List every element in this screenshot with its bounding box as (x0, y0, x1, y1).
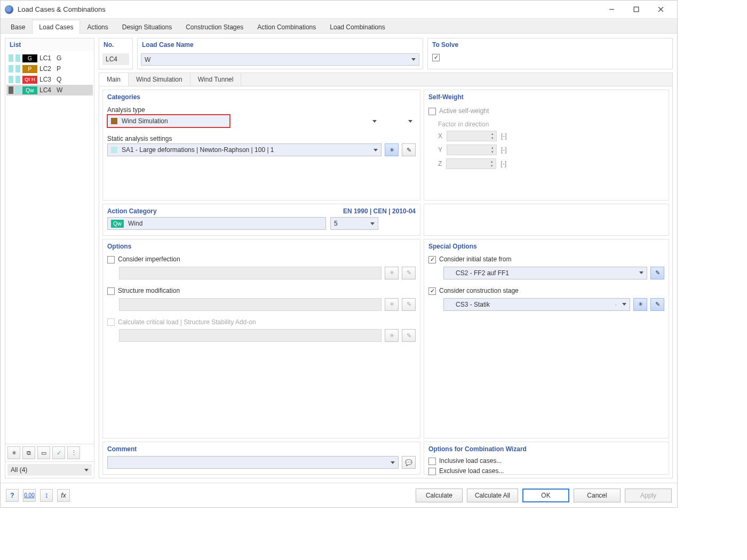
load-case-id: LC1 (39, 54, 54, 62)
category-tag: QI H (22, 76, 37, 84)
category-tag: Qw (22, 86, 37, 94)
chevron-down-icon (408, 120, 412, 123)
inclusive-checkbox[interactable] (428, 458, 436, 465)
solve-checkbox[interactable] (432, 54, 440, 61)
list-item[interactable]: PLC2P (6, 63, 93, 74)
factor-y-input: ▴▾ (447, 145, 497, 155)
tab-actions[interactable]: Actions (80, 20, 115, 34)
tab-action-combinations[interactable]: Action Combinations (250, 20, 323, 34)
action-category-number[interactable]: 5 (330, 217, 378, 230)
struct-mod-checkbox[interactable] (107, 287, 115, 295)
initial-state-edit-button[interactable]: ✎ (650, 267, 664, 279)
solve-panel: To Solve (427, 38, 673, 69)
copy-button[interactable]: ⧉ (22, 446, 35, 459)
imperfection-edit-button[interactable]: ✎ (402, 267, 416, 279)
tab-load-cases[interactable]: Load Cases (32, 20, 80, 34)
action-category-standard: EN 1990 | CEN | 2010-04 (343, 207, 416, 215)
categories-section: Categories Analysis type Wind Simulation (102, 90, 420, 201)
subtab-wind-tunnel[interactable]: Wind Tunnel (190, 73, 242, 86)
imperfection-field (119, 267, 382, 279)
options-title: Options (107, 243, 416, 250)
special-options-section: Special Options Consider initial state f… (424, 239, 669, 438)
axis-x-label: X (438, 132, 442, 140)
comment-input[interactable] (107, 456, 399, 469)
rename-button[interactable]: ▭ (37, 446, 50, 459)
initial-state-dropdown[interactable]: CS2 - FF2 auf FF1 (443, 267, 647, 279)
subtab-main[interactable]: Main (99, 73, 129, 86)
exclusive-checkbox[interactable] (428, 468, 436, 475)
calculate-all-button[interactable]: Calculate All (467, 489, 518, 502)
self-weight-section: Self-Weight Active self-weight Factor in… (424, 90, 669, 201)
color-swatch (9, 76, 13, 83)
list-header: List (5, 38, 94, 51)
imperfection-new-button[interactable]: ✳ (385, 267, 399, 279)
new-button[interactable]: ✳ (7, 446, 20, 459)
color-swatch (9, 65, 13, 73)
construction-stage-edit-button[interactable]: ✎ (650, 298, 664, 311)
crit-load-field (119, 329, 382, 342)
color-swatch (111, 147, 117, 153)
fx-button[interactable]: fx (57, 489, 70, 502)
active-self-weight-checkbox[interactable] (428, 108, 436, 115)
construction-stage-new-button[interactable]: ✳ (633, 298, 647, 311)
factor-direction-label: Factor in direction (438, 121, 664, 128)
tab-load-combinations[interactable]: Load Combinations (323, 20, 392, 34)
construction-stage-checkbox[interactable] (428, 287, 436, 295)
initial-state-checkbox[interactable] (428, 256, 436, 263)
tab-base[interactable]: Base (4, 20, 32, 34)
list-item[interactable]: QI HLC3Q (6, 74, 93, 85)
list-panel: List GLC1GPLC2PQI HLC3QQwLC4W ✳ ⧉ ▭ ✓ ⋮ … (5, 38, 94, 478)
cancel-button[interactable]: Cancel (574, 489, 621, 502)
struct-mod-edit-button[interactable]: ✎ (402, 298, 416, 311)
chevron-down-icon (391, 461, 395, 464)
tab-construction-stages[interactable]: Construction Stages (179, 20, 250, 34)
dialog-footer: ? 0.00 ⟟ fx Calculate Calculate All OK C… (1, 483, 677, 507)
struct-mod-new-button[interactable]: ✳ (385, 298, 399, 311)
static-settings-dropdown[interactable]: SA1 - Large deformations | Newton-Raphso… (107, 143, 382, 156)
settings-button[interactable]: ⋮ (67, 446, 80, 459)
load-case-list[interactable]: GLC1GPLC2PQI HLC3QQwLC4W (5, 51, 94, 444)
color-swatch (15, 86, 20, 94)
crit-load-edit-button: ✎ (402, 329, 416, 342)
help-button[interactable]: ? (6, 489, 19, 502)
comment-button[interactable]: 💬 (402, 456, 416, 469)
check-button[interactable]: ✓ (52, 446, 65, 459)
calculate-button[interactable]: Calculate (416, 489, 463, 502)
chevron-down-icon (622, 303, 626, 306)
units-button[interactable]: 0.00 (23, 489, 36, 502)
list-item[interactable]: QwLC4W (6, 85, 93, 95)
list-toolbar: ✳ ⧉ ▭ ✓ ⋮ (5, 444, 94, 461)
construction-stage-dropdown[interactable]: CS3 - Statik · (443, 298, 630, 311)
new-static-button[interactable]: ✳ (385, 143, 399, 156)
gauge-button[interactable]: ⟟ (40, 489, 53, 502)
list-filter-dropdown[interactable]: All (4) (7, 464, 92, 476)
minimize-button[interactable] (599, 2, 624, 18)
close-button[interactable] (648, 2, 673, 18)
category-tag: P (22, 65, 37, 73)
list-item[interactable]: GLC1G (6, 53, 93, 63)
imperfection-checkbox[interactable] (107, 256, 115, 263)
load-case-abbrev: P (57, 65, 61, 73)
category-tag: G (22, 54, 37, 62)
load-case-abbrev: Q (57, 76, 61, 83)
edit-static-button[interactable]: ✎ (402, 143, 416, 156)
chevron-down-icon (374, 149, 378, 151)
apply-button[interactable]: Apply (625, 489, 672, 502)
color-swatch (111, 118, 117, 124)
wizard-section: Options for Combination Wizard Inclusive… (424, 442, 669, 475)
analysis-type-dropdown[interactable]: Wind Simulation (107, 115, 230, 127)
chevron-down-icon (84, 469, 89, 471)
ok-button[interactable]: OK (522, 489, 569, 502)
window-title: Load Cases & Combinations (18, 5, 599, 13)
dialog-window: Load Cases & Combinations Base Load Case… (0, 0, 678, 508)
no-panel: No. LC4 (99, 38, 133, 69)
static-settings-label: Static analysis settings (107, 135, 416, 142)
crit-load-new-button: ✳ (385, 329, 399, 342)
tab-design-situations[interactable]: Design Situations (115, 20, 179, 34)
action-category-dropdown[interactable]: Qw Wind (107, 217, 326, 230)
subtab-wind-simulation[interactable]: Wind Simulation (129, 73, 190, 86)
factor-z-input: ▴▾ (446, 158, 496, 169)
name-input[interactable]: W (141, 53, 419, 66)
struct-mod-field (119, 298, 382, 311)
maximize-button[interactable] (624, 2, 648, 18)
